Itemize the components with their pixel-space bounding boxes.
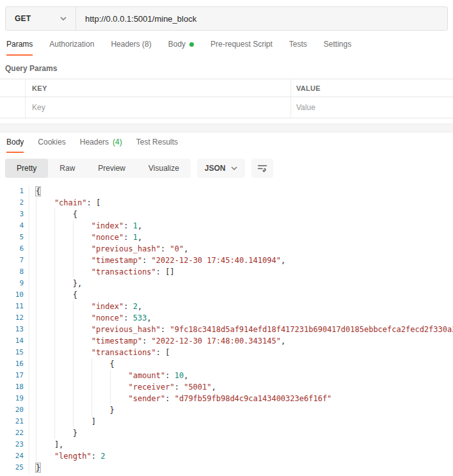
method-selector[interactable]: GET <box>6 7 76 30</box>
indent-guide <box>36 335 54 347</box>
code-line: 16{ <box>0 358 453 370</box>
line-number: 5 <box>0 232 29 243</box>
indent-guide <box>54 301 73 312</box>
indent-guide <box>54 427 73 439</box>
indent-guide <box>73 370 91 381</box>
indent-guide <box>36 393 54 404</box>
format-dropdown[interactable]: JSON <box>197 159 245 178</box>
indent-guide <box>73 335 91 347</box>
chevron-down-icon <box>231 166 237 170</box>
tab-params[interactable]: Params <box>6 40 33 56</box>
code-line: 18"receiver": "5001", <box>0 381 453 393</box>
line-number: 22 <box>0 427 29 439</box>
row-checkbox-cell <box>0 97 26 118</box>
response-body-code-viewer[interactable]: 1{2"chain": [3{4"index": 1,5"nonce": 1,6… <box>0 186 453 473</box>
code-line: 11"index": 2, <box>0 301 453 312</box>
code-line: 12"nonce": 533, <box>0 312 453 324</box>
indent-guide <box>36 370 54 381</box>
view-visualize-button[interactable]: Visualize <box>137 159 191 178</box>
indent-guide <box>36 439 54 450</box>
tab-body[interactable]: Body <box>168 40 194 56</box>
line-number: 11 <box>0 301 29 312</box>
line-number: 19 <box>0 393 29 404</box>
tab-authorization[interactable]: Authorization <box>49 40 94 56</box>
indent-guide <box>73 324 91 335</box>
method-label: GET <box>15 14 31 23</box>
response-tabs: Body Cookies Headers (4) Test Results <box>6 138 448 153</box>
line-number: 15 <box>0 347 29 358</box>
tab-headers[interactable]: Headers (8) <box>111 40 151 56</box>
code-line: 5"nonce": 1, <box>0 232 453 243</box>
headers-count-badge: (4) <box>113 138 122 147</box>
code-line: 14"timestamp": "2022-12-30 17:48:00.3431… <box>0 335 453 347</box>
indent-guide <box>73 301 91 312</box>
value-column-header: VALUE <box>296 84 321 92</box>
code-line: 19"sender": "d79fb59fb98d4c9ca143400323e… <box>0 393 453 404</box>
param-key-input[interactable] <box>32 103 278 112</box>
url-input[interactable]: http://0.0.0.1:5001/mine_block <box>76 7 447 30</box>
line-number: 8 <box>0 266 29 278</box>
indent-guide <box>36 301 54 312</box>
indent-guide <box>54 404 73 416</box>
indent-guide <box>73 266 91 278</box>
indent-guide <box>36 427 54 439</box>
indent-guide <box>36 197 54 209</box>
indent-guide <box>91 393 110 404</box>
query-params-header-row: KEY VALUE <box>0 79 453 97</box>
request-tabs: Params Authorization Headers (8) Body Pr… <box>6 40 448 56</box>
wrap-text-icon <box>257 164 267 173</box>
code-line: 9}, <box>0 278 453 289</box>
indent-guide <box>54 393 73 404</box>
code-line: 4"index": 1, <box>0 220 453 232</box>
code-line: 23], <box>0 439 453 450</box>
indent-guide <box>36 266 54 278</box>
code-line: 6"previous_hash": "0", <box>0 243 453 255</box>
indent-guide <box>54 358 73 370</box>
indent-guide <box>36 232 54 243</box>
code-line: 24"length": 2 <box>0 450 453 462</box>
view-pretty-button[interactable]: Pretty <box>5 159 48 178</box>
indent-guide <box>36 381 54 393</box>
indent-guide <box>36 255 54 266</box>
indent-guide <box>73 393 91 404</box>
line-number: 24 <box>0 450 29 462</box>
view-raw-button[interactable]: Raw <box>48 159 86 178</box>
query-params-input-row <box>0 97 453 118</box>
indent-guide <box>54 381 73 393</box>
tab-tests[interactable]: Tests <box>289 40 307 56</box>
indent-guide <box>73 232 91 243</box>
indent-guide <box>54 220 73 232</box>
indent-guide <box>73 243 91 255</box>
line-number: 2 <box>0 197 29 209</box>
indent-guide <box>73 347 91 358</box>
response-tab-test-results[interactable]: Test Results <box>136 138 178 153</box>
tab-pre-request-script[interactable]: Pre-request Script <box>211 40 273 56</box>
wrap-lines-button[interactable] <box>251 159 273 178</box>
response-pane-divider[interactable] <box>0 123 453 132</box>
response-tab-body[interactable]: Body <box>6 138 24 153</box>
view-preview-button[interactable]: Preview <box>86 159 137 178</box>
code-line: 8"transactions": [] <box>0 266 453 278</box>
indent-guide <box>54 209 73 220</box>
code-line: 2"chain": [ <box>0 197 453 209</box>
indent-guide <box>54 324 73 335</box>
indent-guide <box>73 255 91 266</box>
response-tab-cookies[interactable]: Cookies <box>38 138 65 153</box>
code-line: 15"transactions": [ <box>0 347 453 358</box>
response-tab-headers[interactable]: Headers (4) <box>80 138 122 153</box>
indent-guide <box>36 324 54 335</box>
indent-guide <box>110 381 129 393</box>
line-number: 13 <box>0 324 29 335</box>
code-line: 10{ <box>0 289 453 301</box>
line-number: 23 <box>0 439 29 450</box>
indent-guide <box>36 312 54 324</box>
tab-settings[interactable]: Settings <box>324 40 351 56</box>
line-number: 4 <box>0 220 29 232</box>
indent-guide <box>36 416 54 427</box>
chevron-down-icon <box>60 17 67 20</box>
view-mode-switcher: Pretty Raw Preview Visualize <box>5 159 191 178</box>
line-number: 14 <box>0 335 29 347</box>
indent-guide <box>36 450 54 462</box>
indent-guide <box>54 312 73 324</box>
param-value-input[interactable] <box>296 103 445 112</box>
